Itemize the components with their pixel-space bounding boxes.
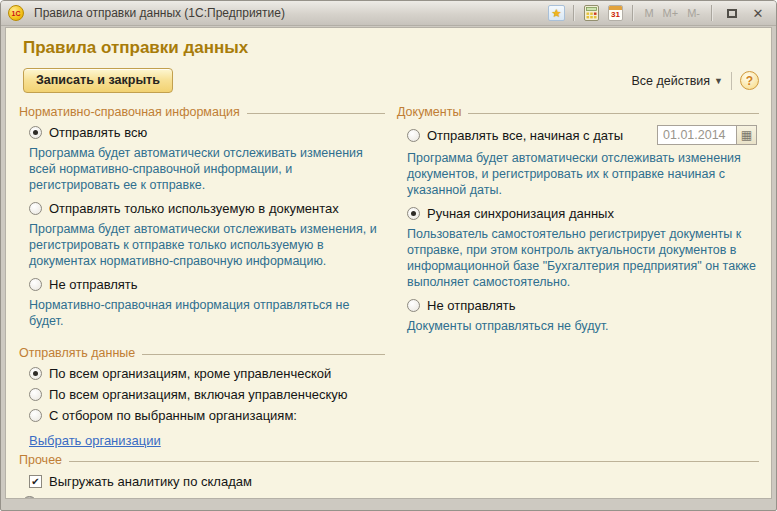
radio-icon: [29, 409, 42, 422]
calculator-icon: [584, 5, 599, 21]
section-send-data: Отправлять данные По всем организациям, …: [19, 346, 385, 449]
section-rule: [468, 113, 759, 114]
radio-manual-sync[interactable]: Ручная синхронизация данных: [407, 206, 759, 221]
star-icon: ★: [548, 5, 565, 21]
section-rule: [142, 354, 385, 355]
window-title: Правила отправки данных (1С:Предприятие): [34, 6, 285, 20]
info-icon: i: [22, 496, 37, 499]
radio-label: Не отправлять: [427, 298, 516, 313]
radio-icon: [407, 299, 420, 312]
start-date-input[interactable]: [657, 125, 737, 145]
memory-m-minus-button[interactable]: М-: [687, 7, 700, 19]
radio-send-used-nsi[interactable]: Отправлять только используемую в докумен…: [29, 201, 385, 216]
toolbar-right: Все действия ▼ ?: [631, 71, 759, 90]
radio-icon: [407, 207, 420, 220]
radio-filter-by-selected-orgs[interactable]: С отбором по выбранным организациям:: [29, 408, 385, 423]
all-actions-button[interactable]: Все действия ▼: [631, 74, 723, 88]
memory-m-plus-button[interactable]: М+: [663, 7, 679, 19]
memory-m-button[interactable]: М: [644, 7, 653, 19]
radio-description: Программа будет автоматически отслеживат…: [29, 145, 385, 193]
radio-label: Отправлять всю: [49, 125, 147, 140]
chevron-down-icon: ▼: [714, 76, 723, 86]
titlebar-separator: [573, 5, 574, 21]
calendar-icon: 31: [608, 5, 623, 21]
check-icon: ✔: [31, 477, 39, 487]
radio-label: По всем организациям, кроме управленческ…: [49, 366, 331, 381]
radio-icon: [29, 367, 42, 380]
radio-no-send-docs[interactable]: Не отправлять: [407, 298, 759, 313]
maximize-icon: [727, 9, 737, 18]
1c-logo-icon: 1С: [8, 5, 24, 21]
date-picker-button[interactable]: ▦: [737, 125, 757, 145]
two-column-area: Нормативно-справочная информация Отправл…: [19, 101, 759, 342]
checkbox-icon: ✔: [29, 475, 42, 488]
favorites-button[interactable]: ★: [546, 4, 566, 23]
radio-label: По всем организациям, включая управленче…: [49, 387, 348, 402]
form-content: Правила отправки данных Записать и закры…: [5, 27, 772, 499]
radio-label: Не отправлять: [49, 277, 138, 292]
radio-description: Программа будет автоматически отслеживат…: [407, 150, 759, 198]
section-title: Нормативно-справочная информация: [19, 105, 240, 119]
section-header-other: Прочее: [19, 453, 759, 467]
radio-icon: [29, 278, 42, 291]
radio-icon: [29, 126, 42, 139]
titlebar-separator: [711, 5, 712, 21]
radio-description: Программа будет автоматически отслеживат…: [29, 221, 385, 269]
date-field-group: ▦: [657, 125, 757, 145]
calendar-grid-icon: ▦: [741, 129, 752, 141]
app-window: 1С Правила отправки данных (1С:Предприят…: [0, 0, 777, 511]
form-toolbar: Записать и закрыть Все действия ▼ ?: [23, 68, 759, 93]
section-title: Прочее: [19, 453, 62, 467]
radio-label: Ручная синхронизация данных: [427, 206, 614, 221]
radio-send-all-nsi[interactable]: Отправлять всю: [29, 125, 385, 140]
titlebar: 1С Правила отправки данных (1С:Предприят…: [1, 1, 776, 26]
radio-description: Нормативно-справочная информация отправл…: [29, 297, 385, 329]
close-button[interactable]: ✕: [747, 4, 769, 22]
checkbox-export-warehouse-analytics[interactable]: ✔ Выгружать аналитику по складам: [29, 474, 759, 489]
info-text: Ограничить изменение данных можно с помо…: [46, 497, 580, 500]
section-rule: [69, 461, 759, 462]
calculator-memory-buttons: М М+ М-: [644, 7, 700, 19]
radio-description: Документы отправляться не будут.: [407, 318, 759, 334]
section-title: Документы: [397, 105, 461, 119]
section-header-send-data: Отправлять данные: [19, 346, 385, 360]
radio-label: Отправлять только используемую в докумен…: [49, 201, 339, 216]
titlebar-separator: [632, 5, 633, 21]
select-organizations-link[interactable]: Выбрать организации: [29, 433, 161, 448]
help-button[interactable]: ?: [740, 71, 759, 90]
section-header-documents: Документы: [397, 105, 759, 119]
radio-icon: [407, 129, 420, 142]
radio-no-send-nsi[interactable]: Не отправлять: [29, 277, 385, 292]
close-icon: ✕: [753, 7, 764, 20]
radio-all-orgs-except-management[interactable]: По всем организациям, кроме управленческ…: [29, 366, 385, 381]
section-title: Отправлять данные: [19, 346, 135, 360]
radio-description: Пользователь самостоятельно регистрирует…: [407, 226, 759, 290]
section-rule: [247, 113, 385, 114]
toolbar-separator: [731, 72, 732, 90]
calculator-button[interactable]: [581, 4, 601, 23]
info-note: i Ограничить изменение данных можно с по…: [22, 496, 759, 499]
radio-all-orgs-including-management[interactable]: По всем организациям, включая управленче…: [29, 387, 385, 402]
section-header-nsi: Нормативно-справочная информация: [19, 105, 385, 119]
page-title: Правила отправки данных: [23, 38, 759, 58]
radio-icon: [29, 202, 42, 215]
radio-icon: [29, 388, 42, 401]
checkbox-label: Выгружать аналитику по складам: [49, 474, 252, 489]
section-documents: Документы Отправлять все, начиная с даты…: [397, 101, 759, 342]
section-nsi: Нормативно-справочная информация Отправл…: [19, 101, 385, 342]
radio-label: С отбором по выбранным организациям:: [49, 408, 297, 423]
save-and-close-button[interactable]: Записать и закрыть: [23, 68, 173, 93]
titlebar-controls: ★ 31: [544, 4, 769, 23]
radio-label: Отправлять все, начиная с даты: [427, 128, 623, 143]
radio-send-all-docs-from-date[interactable]: Отправлять все, начиная с даты ▦: [407, 125, 759, 145]
all-actions-label: Все действия: [631, 74, 710, 88]
calendar-button[interactable]: 31: [605, 4, 625, 23]
section-other: Прочее ✔ Выгружать аналитику по складам …: [19, 453, 759, 499]
maximize-button[interactable]: [721, 4, 743, 22]
